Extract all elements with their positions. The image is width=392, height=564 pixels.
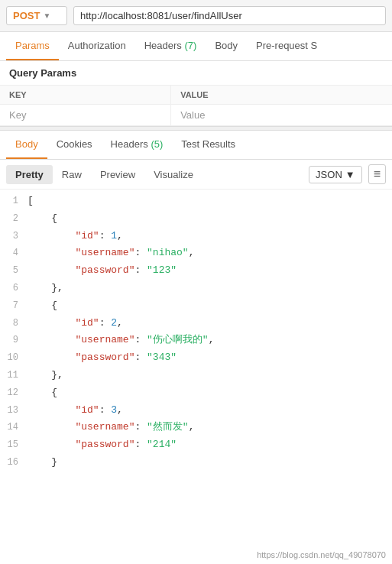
json-key: "username" (75, 421, 134, 433)
json-punct: : (99, 230, 112, 241)
line-number: 9 (0, 333, 28, 348)
url-input[interactable] (73, 6, 386, 25)
line-number: 14 (0, 420, 28, 435)
view-pretty[interactable]: Pretty (6, 165, 53, 184)
json-bracket: { (51, 387, 57, 398)
json-punct: , (117, 404, 123, 416)
line-number: 2 (0, 212, 28, 226)
line-number: 10 (0, 351, 28, 365)
json-bracket: } (51, 456, 57, 468)
json-punct: , (117, 317, 123, 329)
key-placeholder[interactable]: Key (0, 105, 171, 126)
line-number: 16 (0, 455, 28, 470)
json-line: 9 "username": "伤心啊我的", (0, 332, 392, 349)
filter-icon[interactable]: ≡ (368, 164, 386, 184)
line-number: 12 (0, 386, 28, 400)
json-key: "password" (75, 439, 134, 450)
line-content: "username": "nihao", (28, 245, 392, 261)
col-value: VALUE (171, 86, 392, 105)
json-number: 1 (111, 230, 117, 241)
tab-params[interactable]: Params (6, 32, 59, 60)
json-bracket: { (51, 300, 57, 311)
line-content: } (28, 455, 392, 471)
tab-headers[interactable]: Headers (7) (135, 32, 206, 60)
query-params-title: Query Params (0, 61, 392, 85)
tab-headers-count-close: ) (193, 40, 196, 51)
json-key: "username" (75, 247, 134, 258)
tab-response-body[interactable]: Body (6, 131, 47, 159)
json-line: 10 "password": "343" (0, 349, 392, 367)
method-select[interactable]: POST ▼ (6, 6, 67, 25)
tab-headers-label: Headers (144, 40, 182, 51)
json-string: "123" (147, 264, 177, 276)
format-label: JSON (316, 169, 342, 180)
line-number: 1 (0, 194, 28, 209)
json-string: "然而发" (147, 421, 189, 433)
line-number: 3 (0, 229, 28, 244)
json-punct: , (189, 247, 195, 258)
json-key: "id" (75, 404, 99, 416)
json-key: "username" (75, 334, 134, 345)
json-punct: : (134, 439, 147, 450)
line-content: "password": "343" (28, 350, 392, 366)
json-line: 8 "id": 2, (0, 315, 392, 332)
tab-authorization[interactable]: Authorization (59, 32, 135, 60)
json-bracket: [ (28, 195, 34, 206)
view-preview[interactable]: Preview (91, 165, 144, 184)
line-number: 11 (0, 368, 28, 383)
json-string: "343" (147, 352, 177, 363)
line-content: { (28, 211, 392, 227)
json-punct: : (134, 352, 147, 363)
line-number: 13 (0, 404, 28, 418)
line-content: "id": 2, (28, 316, 392, 332)
tab-prerequest[interactable]: Pre-request S (247, 32, 326, 60)
json-key: "id" (75, 230, 99, 241)
tab-response-headers-label: Headers (111, 138, 148, 150)
json-line: 12 { (0, 384, 392, 402)
json-punct: , (209, 334, 215, 345)
json-line: 4 "username": "nihao", (0, 245, 392, 262)
json-number: 2 (111, 317, 117, 329)
line-content: }, (28, 368, 392, 384)
json-bracket: }, (51, 282, 63, 293)
line-content: "password": "123" (28, 263, 392, 279)
method-label: POST (13, 10, 40, 21)
line-content: { (28, 298, 392, 314)
value-placeholder[interactable]: Value (171, 105, 392, 126)
response-tabs: Body Cookies Headers (5) Test Results (0, 131, 392, 160)
line-content: { (28, 385, 392, 401)
json-line: 5 "password": "123" (0, 262, 392, 280)
json-key: "password" (75, 352, 134, 363)
view-raw[interactable]: Raw (53, 165, 91, 184)
view-controls: Pretty Raw Preview Visualize JSON ▼ ≡ (0, 160, 392, 190)
json-line: 16 } (0, 454, 392, 472)
tab-response-cookies[interactable]: Cookies (47, 131, 102, 159)
json-number: 3 (111, 404, 117, 416)
format-arrow-icon: ▼ (345, 169, 355, 180)
json-punct: : (134, 421, 147, 433)
json-punct: , (189, 421, 195, 433)
json-line: 11 }, (0, 367, 392, 384)
tab-response-test[interactable]: Test Results (172, 131, 245, 159)
line-content: "id": 3, (28, 403, 392, 419)
request-tabs: Params Authorization Headers (7) Body Pr… (0, 32, 392, 61)
json-bracket: }, (51, 369, 63, 381)
json-line: 3 "id": 1, (0, 228, 392, 245)
json-line: 15 "password": "214" (0, 436, 392, 454)
col-key: KEY (0, 86, 171, 105)
json-line: 13 "id": 3, (0, 402, 392, 420)
json-content[interactable]: 1[2 {3 "id": 1,4 "username": "nihao",5 "… (0, 190, 392, 558)
format-select[interactable]: JSON ▼ (309, 166, 362, 183)
json-punct: : (99, 404, 112, 416)
tab-body[interactable]: Body (206, 32, 247, 60)
line-number: 8 (0, 316, 28, 331)
json-bracket: { (51, 212, 57, 224)
tab-response-headers[interactable]: Headers (5) (102, 131, 173, 159)
json-line: 2 { (0, 210, 392, 228)
line-content: [ (28, 193, 392, 209)
watermark: https://blog.csdn.net/qq_49078070 (251, 549, 392, 561)
json-punct: : (134, 264, 147, 276)
view-visualize[interactable]: Visualize (144, 165, 202, 184)
line-number: 5 (0, 264, 28, 278)
json-string: "214" (147, 439, 177, 450)
